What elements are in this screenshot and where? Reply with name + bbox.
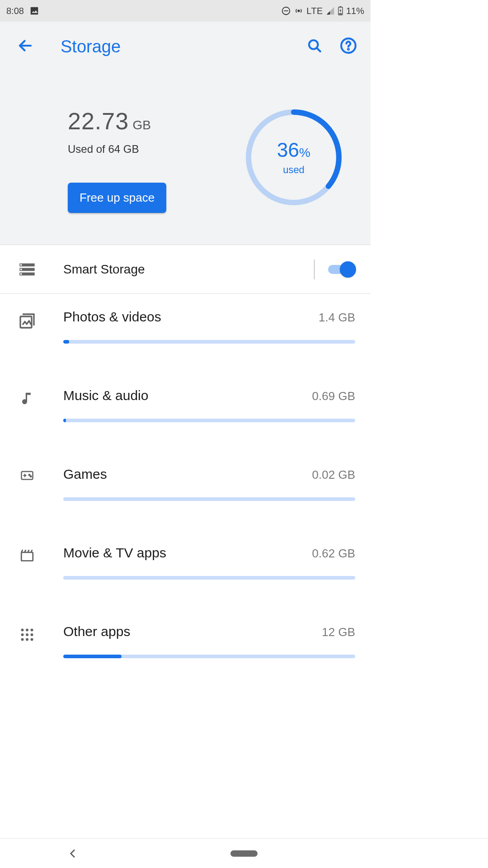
svg-point-11 [348,49,349,50]
smart-storage-row[interactable]: Smart Storage [0,245,371,294]
app-bar: Storage [0,22,371,71]
storage-percent-number: 36 [277,139,299,161]
svg-rect-24 [21,552,33,561]
category-size: 0.62 GB [312,547,355,561]
category-row[interactable]: Other apps12 GB [0,609,371,658]
svg-rect-5 [340,6,342,7]
svg-line-9 [317,48,320,52]
svg-rect-19 [20,273,22,274]
svg-point-28 [21,633,24,636]
smart-storage-label: Smart Storage [63,262,314,277]
category-size: 0.02 GB [312,468,355,482]
storage-total-label: Used of 64 GB [68,143,230,156]
status-bar: 8:08 LTE 11% [0,0,371,22]
storage-summary: 22.73 GB Used of 64 GB Free up space 36%… [0,71,371,245]
category-name: Other apps [63,624,130,639]
category-row[interactable]: Movie & TV apps0.62 GB [0,530,371,580]
category-icon [15,627,39,643]
smart-storage-toggle[interactable] [328,261,355,278]
category-name: Games [63,467,107,482]
storage-usage-donut: 36% used [244,108,343,207]
battery-icon [338,6,343,16]
svg-point-27 [31,629,33,632]
category-bar [63,340,355,344]
category-name: Photos & videos [63,309,161,325]
svg-rect-0 [31,7,38,15]
category-icon [15,312,39,330]
signal-icon [326,6,335,15]
vertical-divider [314,259,314,279]
category-size: 12 GB [322,625,355,639]
category-size: 0.69 GB [312,389,355,403]
svg-point-22 [29,474,30,476]
hotspot-icon [294,6,304,16]
free-up-space-button[interactable]: Free up space [68,183,166,213]
category-bar [63,419,355,422]
svg-point-25 [21,629,24,632]
category-row[interactable]: Games0.02 GB [0,451,371,501]
category-row[interactable]: Music & audio0.69 GB [0,373,371,422]
svg-point-29 [26,633,28,636]
storage-percent-sign: % [299,146,310,160]
page-title: Storage [61,37,121,57]
do-not-disturb-icon [281,6,291,16]
svg-point-30 [31,633,33,636]
svg-point-23 [30,476,32,477]
storage-used-value: 22.73 [68,108,129,134]
category-icon [15,548,39,563]
storage-percent-label: used [283,164,305,176]
storage-used-unit: GB [133,118,151,132]
category-row[interactable]: Photos & videos1.4 GB [0,294,371,344]
svg-rect-17 [20,264,22,265]
svg-point-31 [21,638,24,641]
back-button[interactable] [17,38,33,56]
category-icon [15,469,39,483]
svg-point-32 [26,638,28,641]
category-bar [63,655,355,658]
image-icon [29,6,39,16]
category-name: Movie & TV apps [63,545,166,561]
svg-point-33 [31,638,33,641]
storage-icon [15,260,39,278]
svg-point-26 [26,629,28,632]
svg-rect-18 [20,269,22,270]
search-button[interactable] [306,38,323,56]
status-network: LTE [306,6,323,16]
status-battery: 11% [346,6,364,16]
category-icon [15,391,39,408]
status-time: 8:08 [6,6,24,16]
category-bar [63,497,355,501]
help-button[interactable] [340,37,357,56]
svg-point-3 [298,10,300,12]
category-name: Music & audio [63,388,148,403]
svg-rect-6 [339,14,342,14]
category-size: 1.4 GB [319,311,355,325]
category-bar [63,576,355,580]
